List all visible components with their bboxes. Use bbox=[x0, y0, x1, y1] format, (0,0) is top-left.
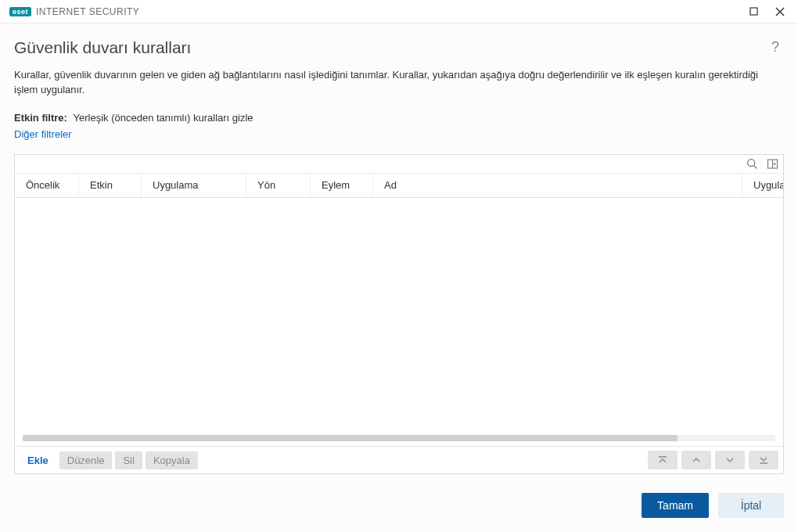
dialog-button-bar: Tamam İptal bbox=[14, 474, 784, 532]
horizontal-scrollbar[interactable] bbox=[23, 435, 775, 441]
page-description: Kurallar, güvenlik duvarının gelen ve gi… bbox=[14, 68, 784, 98]
active-filter-label: Etkin filtre: bbox=[14, 112, 67, 124]
add-button[interactable]: Ekle bbox=[20, 451, 56, 469]
rules-table: Öncelik Etkin Uygulama Yön Eylem Ad Uygu… bbox=[14, 154, 784, 474]
svg-line-4 bbox=[753, 165, 757, 168]
column-header-application[interactable]: Uygulama bbox=[142, 174, 246, 197]
edit-button[interactable]: Düzenle bbox=[59, 451, 113, 469]
table-footer-toolbar: Ekle Düzenle Sil Kopyala bbox=[15, 446, 783, 473]
help-icon[interactable]: ? bbox=[767, 38, 784, 57]
table-body bbox=[15, 198, 783, 446]
column-header-name[interactable]: Ad bbox=[373, 174, 742, 197]
chevron-up-icon bbox=[691, 455, 702, 465]
page-title: Güvenlik duvarı kuralları bbox=[14, 38, 767, 57]
table-toolbar bbox=[15, 155, 783, 174]
active-filter-value: Yerleşik (önceden tanımlı) kuralları giz… bbox=[74, 112, 253, 124]
delete-button[interactable]: Sil bbox=[115, 451, 142, 469]
close-icon bbox=[775, 7, 785, 16]
table-header-row: Öncelik Etkin Uygulama Yön Eylem Ad Uygu… bbox=[15, 174, 783, 198]
column-header-enabled[interactable]: Etkin bbox=[79, 174, 142, 197]
move-top-button[interactable] bbox=[648, 451, 678, 469]
column-header-action[interactable]: Eylem bbox=[311, 174, 373, 197]
ok-button[interactable]: Tamam bbox=[642, 493, 709, 518]
scrollbar-thumb[interactable] bbox=[23, 435, 678, 441]
cancel-button[interactable]: İptal bbox=[718, 493, 784, 518]
maximize-icon bbox=[749, 7, 758, 16]
move-bottom-button[interactable] bbox=[749, 451, 778, 469]
move-up-button[interactable] bbox=[681, 451, 711, 469]
chevron-down-icon bbox=[724, 455, 735, 465]
window-maximize-button[interactable] bbox=[740, 0, 767, 23]
svg-point-3 bbox=[747, 159, 754, 166]
titlebar: eset INTERNET SECURITY bbox=[0, 0, 798, 23]
move-down-button[interactable] bbox=[715, 451, 745, 469]
copy-button[interactable]: Kopyala bbox=[146, 451, 198, 469]
brand-text: INTERNET SECURITY bbox=[36, 6, 139, 17]
chevron-bottom-icon bbox=[758, 455, 769, 465]
column-header-direction[interactable]: Yön bbox=[246, 174, 311, 197]
columns-icon[interactable] bbox=[764, 156, 780, 171]
more-filters-link[interactable]: Diğer filtreler bbox=[14, 128, 784, 140]
search-icon[interactable] bbox=[744, 156, 760, 171]
active-filter-row: Etkin filtre: Yerleşik (önceden tanımlı)… bbox=[14, 112, 784, 124]
column-header-priority[interactable]: Öncelik bbox=[15, 174, 79, 197]
column-header-application-path[interactable]: Uygulam bbox=[742, 174, 783, 197]
window-close-button[interactable] bbox=[767, 0, 793, 23]
chevron-top-icon bbox=[657, 455, 668, 465]
brand-badge: eset bbox=[9, 7, 31, 16]
content-area: Güvenlik duvarı kuralları ? Kurallar, gü… bbox=[0, 23, 798, 532]
svg-rect-0 bbox=[750, 8, 757, 15]
